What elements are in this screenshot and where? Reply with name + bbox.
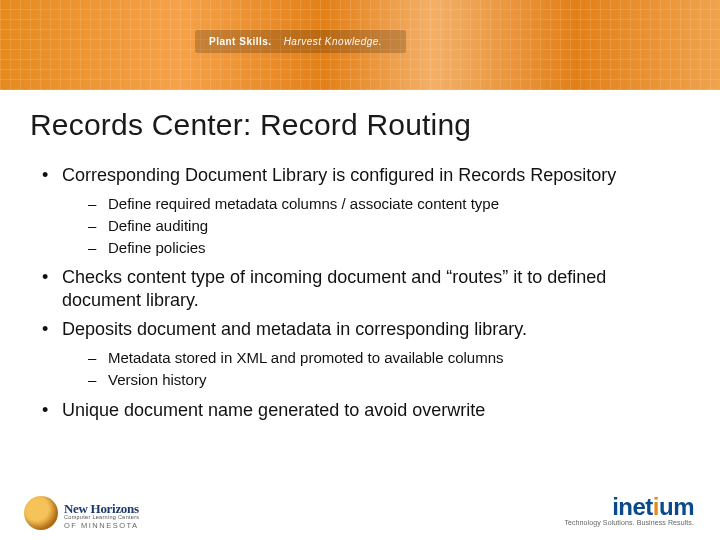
sub-bullet-text: Define policies [108,239,206,256]
banner-tagline: Plant Skills. Harvest Knowledge. [195,30,406,53]
sub-bullet-text: Version history [108,371,206,388]
header-banner: Plant Skills. Harvest Knowledge. [0,0,720,90]
list-item: Unique document name generated to avoid … [40,399,690,422]
list-item: Deposits document and metadata in corres… [40,318,690,391]
list-item: Define required metadata columns / assoc… [88,193,690,215]
sub-bullet-text: Define required metadata columns / assoc… [108,195,499,212]
logo-left-line3: OF MINNESOTA [64,522,139,530]
bullet-text: Unique document name generated to avoid … [62,400,485,420]
logo-new-horizons: New Horizons Computer Learning Centers O… [24,496,139,530]
content-area: Records Center: Record Routing Correspon… [0,90,720,422]
list-item: Metadata stored in XML and promoted to a… [88,347,690,369]
banner-tagline-bold: Plant Skills. [209,36,272,47]
logo-left-text: New Horizons Computer Learning Centers O… [64,502,139,530]
globe-icon [24,496,58,530]
banner-tagline-light: Harvest Knowledge. [284,36,383,47]
slide: Plant Skills. Harvest Knowledge. Records… [0,0,720,540]
list-item: Version history [88,369,690,391]
sub-list: Metadata stored in XML and promoted to a… [62,347,690,391]
list-item: Checks content type of incoming document… [40,266,690,312]
logo-right-name: inetium [564,493,694,521]
list-item: Corresponding Document Library is config… [40,164,690,258]
bullet-text: Checks content type of incoming document… [62,267,606,310]
logo-inetium: inetium Technology Solutions. Business R… [564,493,694,526]
bullet-list: Corresponding Document Library is config… [30,164,690,422]
list-item: Define auditing [88,215,690,237]
sub-list: Define required metadata columns / assoc… [62,193,690,258]
sub-bullet-text: Define auditing [108,217,208,234]
logo-left-line1: New Horizons [64,502,139,516]
list-item: Define policies [88,237,690,259]
bullet-text: Corresponding Document Library is config… [62,165,616,185]
bullet-text: Deposits document and metadata in corres… [62,319,527,339]
footer: New Horizons Computer Learning Centers O… [0,478,720,540]
slide-title: Records Center: Record Routing [30,108,690,142]
sub-bullet-text: Metadata stored in XML and promoted to a… [108,349,504,366]
logo-right-tagline: Technology Solutions. Business Results. [564,519,694,526]
